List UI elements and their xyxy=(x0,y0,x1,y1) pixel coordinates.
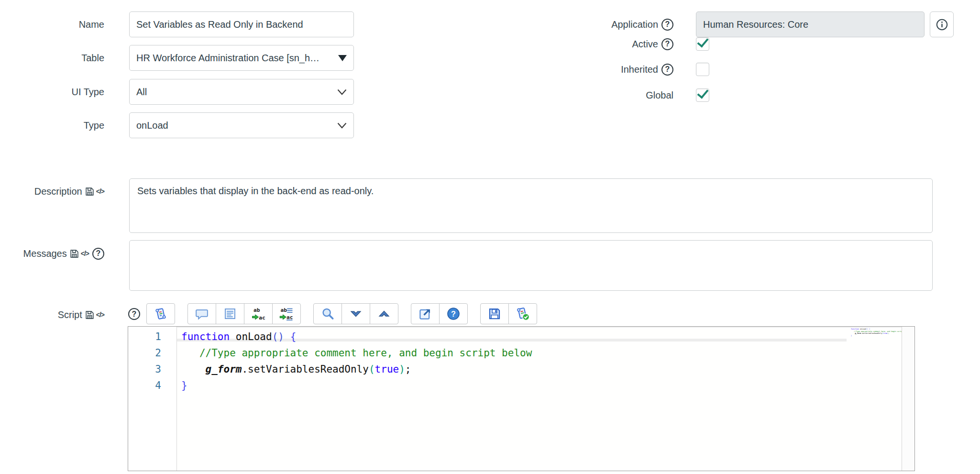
application-label: Application ? xyxy=(482,11,673,37)
editor-scrollbar[interactable] xyxy=(902,327,914,471)
messages-textarea[interactable] xyxy=(129,240,933,291)
table-value: HR Workforce Administration Case [sn_h… xyxy=(136,53,319,64)
script-editor-toolbar: ab ac ab ac xyxy=(146,303,537,324)
chevron-up-icon xyxy=(377,307,391,321)
save-button[interactable] xyxy=(480,303,509,324)
replace-all-button[interactable]: ab ac xyxy=(272,303,301,324)
help-icon[interactable]: ? xyxy=(661,64,673,76)
help-icon[interactable]: ? xyxy=(128,308,140,320)
name-label: Name xyxy=(0,11,104,37)
inherited-checkbox[interactable] xyxy=(696,63,709,76)
application-info-button[interactable] xyxy=(930,11,954,37)
client-script-form: Name Table HR Workforce Administration C… xyxy=(0,0,980,474)
svg-text:ab: ab xyxy=(253,307,260,313)
floppy-disk-icon xyxy=(69,249,79,259)
type-select[interactable]: onLoad xyxy=(129,112,354,138)
svg-text:?: ? xyxy=(451,309,456,318)
application-field: Human Resources: Core xyxy=(696,11,925,37)
pop-out-button[interactable] xyxy=(411,303,440,324)
script-format-button[interactable] xyxy=(146,303,175,324)
editor-help-button[interactable]: ? xyxy=(439,303,468,324)
description-label: Description </> xyxy=(0,182,104,200)
script-code-editor[interactable]: 1function onLoad() {2 //Type appropriate… xyxy=(128,326,915,471)
caret-down-icon xyxy=(338,55,347,61)
floppy-disk-icon xyxy=(85,310,95,320)
svg-text:ac: ac xyxy=(259,315,265,321)
save-icon xyxy=(487,307,502,321)
ui-type-value: All xyxy=(136,87,147,98)
global-label: Global xyxy=(482,88,673,102)
active-checkbox[interactable] xyxy=(696,37,709,51)
type-value: onLoad xyxy=(136,120,168,131)
svg-text:ab: ab xyxy=(281,307,287,313)
code-minimap: function onLoad() { //Type appropriate c… xyxy=(846,328,899,337)
global-checkbox[interactable] xyxy=(696,88,709,102)
info-icon xyxy=(936,18,948,31)
syntax-check-icon xyxy=(516,307,530,321)
chevron-down-icon xyxy=(349,307,363,321)
name-input[interactable] xyxy=(129,11,354,37)
floppy-disk-icon xyxy=(85,187,95,197)
code-icon: </> xyxy=(96,311,104,319)
pop-out-icon xyxy=(418,307,432,321)
find-next-button[interactable] xyxy=(341,303,370,324)
ui-type-select[interactable]: All xyxy=(129,79,354,105)
search-button[interactable] xyxy=(313,303,342,324)
chevron-down-icon xyxy=(337,122,347,129)
help-icon[interactable]: ? xyxy=(661,19,673,31)
format-code-button[interactable] xyxy=(216,303,244,324)
inherited-label: Inherited ? xyxy=(482,63,673,76)
syntax-check-button[interactable] xyxy=(508,303,537,324)
chevron-down-icon xyxy=(337,89,347,95)
table-dropdown[interactable]: HR Workforce Administration Case [sn_h… xyxy=(129,45,354,71)
toggle-comment-button[interactable] xyxy=(187,303,216,324)
editor-help-icon: ? xyxy=(446,307,461,321)
messages-label: Messages </> ? xyxy=(0,244,104,263)
active-label: Active ? xyxy=(482,37,673,51)
ui-type-label: UI Type xyxy=(0,79,104,105)
script-format-icon xyxy=(154,307,168,321)
help-icon[interactable]: ? xyxy=(92,248,104,260)
code-icon: </> xyxy=(96,187,104,195)
description-textarea[interactable]: Sets variables that display in the back-… xyxy=(129,178,933,233)
code-icon: </> xyxy=(81,250,89,257)
script-label: Script </> xyxy=(0,306,104,324)
type-label: Type xyxy=(0,112,104,138)
find-previous-button[interactable] xyxy=(370,303,398,324)
format-code-icon xyxy=(223,307,237,321)
search-icon xyxy=(320,307,335,321)
replace-button[interactable]: ab ac xyxy=(244,303,273,324)
replace-all-icon: ab ac xyxy=(279,307,294,321)
code-content[interactable]: 1function onLoad() {2 //Type appropriate… xyxy=(128,329,901,394)
table-label: Table xyxy=(0,45,104,71)
replace-icon: ab ac xyxy=(251,307,265,321)
svg-text:ac: ac xyxy=(286,314,293,320)
help-icon[interactable]: ? xyxy=(661,38,673,50)
comment-icon xyxy=(195,307,209,321)
application-value: Human Resources: Core xyxy=(703,19,808,30)
